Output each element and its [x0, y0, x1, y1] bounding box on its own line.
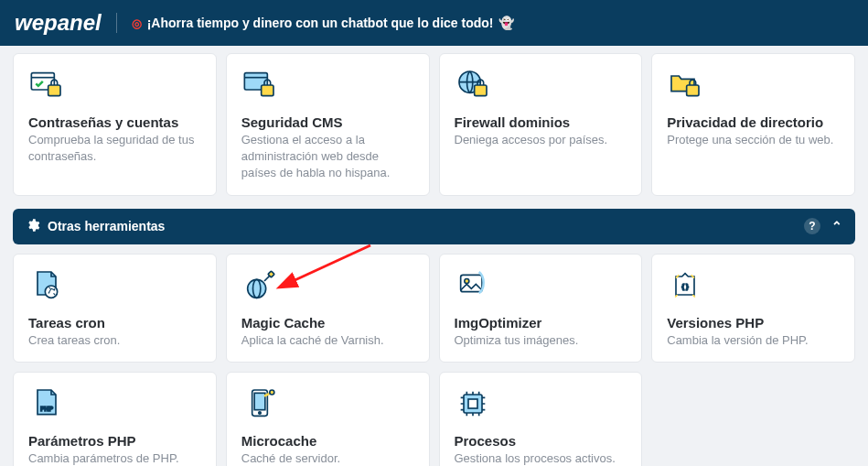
svg-rect-1 — [48, 85, 60, 96]
card-desc: Crea tareas cron. — [28, 332, 201, 349]
card-cms-security[interactable]: Seguridad CMS Gestiona el acceso a la ad… — [226, 53, 430, 196]
card-title: Tareas cron — [28, 315, 201, 331]
promo-text: ¡Ahorra tiempo y dinero con un chatbot q… — [147, 16, 494, 30]
card-desc: Protege una sección de tu web. — [667, 132, 840, 148]
card-desc: Optimiza tus imágenes. — [455, 332, 627, 349]
php-versions-icon: { } — [667, 267, 840, 304]
card-desc: Gestiona el acceso a la administración w… — [241, 132, 414, 182]
card-title: Microcache — [241, 433, 414, 449]
svg-point-12 — [464, 278, 468, 283]
cms-security-icon — [241, 67, 414, 103]
card-desc: Deniega accesos por países. — [455, 132, 627, 148]
section-bar-other-tools[interactable]: Otras herramientas ? ⌃ — [13, 209, 855, 244]
firewall-domains-icon — [455, 67, 627, 103]
gear-icon — [26, 218, 40, 235]
svg-text:{ }: { } — [682, 283, 689, 290]
svg-point-17 — [259, 412, 262, 415]
processes-icon — [455, 385, 627, 422]
svg-point-8 — [247, 279, 265, 298]
card-desc: Cambia la versión de PHP. — [667, 332, 840, 349]
security-cards-grid: Contraseñas y cuentas Comprueba la segur… — [13, 53, 855, 196]
card-desc: Cambia parámetros de PHP. — [28, 450, 201, 466]
card-php-params[interactable]: PHP Parámetros PHP Cambia parámetros de … — [13, 372, 217, 466]
ghost-icon: 👻 — [498, 16, 514, 30]
card-title: Procesos — [455, 433, 627, 449]
card-img-optimizer[interactable]: ImgOptimizer Optimiza tus imágenes. — [439, 254, 643, 363]
svg-rect-20 — [468, 399, 477, 408]
svg-point-18 — [270, 390, 274, 395]
card-title: Firewall dominios — [455, 114, 627, 130]
section-title: Otras herramientas — [48, 219, 165, 233]
card-title: Versiones PHP — [667, 315, 840, 331]
directory-privacy-icon — [667, 67, 840, 103]
card-firewall-domains[interactable]: Firewall dominios Deniega accesos por pa… — [439, 53, 643, 196]
help-icon[interactable]: ? — [804, 218, 820, 234]
card-passwords-accounts[interactable]: Contraseñas y cuentas Comprueba la segur… — [13, 53, 217, 196]
card-desc: Caché de servidor. — [241, 450, 414, 466]
card-desc: Aplica la caché de Varnish. — [241, 332, 414, 349]
svg-rect-3 — [261, 85, 273, 96]
tools-cards-grid: Tareas cron Crea tareas cron. Magic Cach… — [13, 254, 855, 466]
cron-icon — [28, 267, 201, 304]
card-desc: Comprueba la seguridad de tus contraseña… — [28, 132, 201, 165]
svg-rect-16 — [254, 393, 265, 409]
svg-rect-5 — [474, 85, 486, 96]
card-title: Parámetros PHP — [28, 433, 201, 449]
brand-logo[interactable]: wepanel — [15, 10, 102, 36]
svg-point-7 — [45, 286, 57, 298]
chevron-up-icon[interactable]: ⌃ — [831, 219, 842, 233]
card-title: ImgOptimizer — [455, 315, 627, 331]
svg-text:PHP: PHP — [40, 406, 53, 412]
card-php-versions[interactable]: { } Versiones PHP Cambia la versión de P… — [651, 254, 855, 363]
card-title: Privacidad de directorio — [667, 114, 840, 130]
card-title: Contraseñas y cuentas — [28, 114, 201, 130]
card-directory-privacy[interactable]: Privacidad de directorio Protege una sec… — [651, 53, 855, 196]
promo-banner[interactable]: ◎ ¡Ahorra tiempo y dinero con un chatbot… — [132, 16, 515, 30]
card-title: Seguridad CMS — [241, 114, 414, 130]
header-separator — [116, 13, 117, 33]
target-icon: ◎ — [132, 16, 142, 30]
app-header: wepanel ◎ ¡Ahorra tiempo y dinero con un… — [0, 0, 868, 46]
card-title: Magic Cache — [241, 315, 414, 331]
card-microcache[interactable]: Microcache Caché de servidor. — [226, 372, 430, 466]
card-processes[interactable]: Procesos Gestiona los procesos activos. — [439, 372, 643, 466]
php-params-icon: PHP — [28, 385, 201, 422]
microcache-icon — [241, 385, 414, 422]
magic-cache-icon — [241, 267, 414, 304]
svg-rect-6 — [687, 85, 699, 96]
password-account-icon — [28, 67, 201, 103]
img-optimizer-icon — [455, 267, 627, 304]
card-cron[interactable]: Tareas cron Crea tareas cron. — [13, 254, 217, 363]
card-desc: Gestiona los procesos activos. — [455, 450, 627, 466]
card-magic-cache[interactable]: Magic Cache Aplica la caché de Varnish. — [226, 254, 430, 363]
